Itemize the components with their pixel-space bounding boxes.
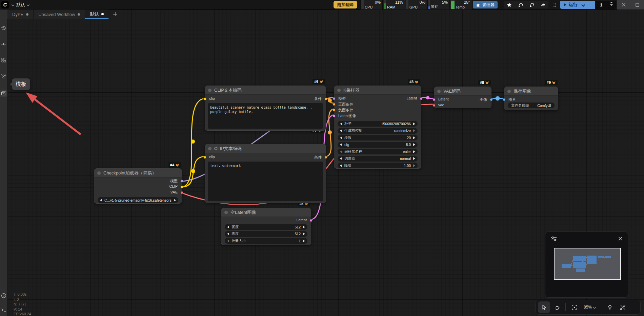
node-ksampler[interactable]: K采样器 模型 Latent 正面条件 负面条件 Latent图像 种子1566… [334,86,421,169]
fit-view-button[interactable] [568,301,580,313]
tab-unsaved-dot[interactable] [78,13,80,16]
latent-input-port[interactable] [432,98,436,101]
width-widget[interactable]: 宽度512 [225,224,307,230]
filename-prefix-widget[interactable]: 文件名前缀 ComfyUI [508,103,555,108]
sampler-name-widget[interactable]: 采样器名称euler [338,149,418,154]
latent-output-port[interactable] [420,97,423,100]
node-vae-decode[interactable]: VAE解码 Latent 图像 vae [434,87,491,108]
tab-unsaved-dot[interactable] [101,13,104,15]
negative-input-port[interactable] [333,109,336,112]
minimap-close-button[interactable] [618,236,623,241]
sidebar-item-history[interactable] [0,24,7,32]
collapse-dot[interactable] [337,89,341,92]
node-header[interactable]: VAE解码 [434,87,491,96]
height-widget[interactable]: 高度512 [225,231,307,237]
node-clip-text-encode-positive[interactable]: CLIP文本编码 clip 条件 beautiful scenery natur… [205,86,326,131]
node-checkpoint-loader[interactable]: Checkpoint加载器（简易） 模型 CLIP VAE C... v1-5-… [94,168,182,204]
tab-dype[interactable]: DyPE [7,10,34,19]
tab-default-active[interactable]: 默认 [85,10,109,19]
tab-unsaved-workflow[interactable]: Unsaved Workflow [34,10,85,19]
manager-tool-button-1[interactable] [515,1,526,8]
node-header[interactable]: 空Latent图像 [221,208,311,217]
sidebar-item-workflows[interactable] [0,72,7,80]
seed-widget[interactable]: 种子156680208700286 [338,121,418,127]
model-output-port[interactable] [180,180,183,183]
collapse-dot[interactable] [208,89,212,92]
denoise-widget[interactable]: 降噪1.00 [338,163,418,168]
new-tab-button[interactable] [109,10,122,19]
model-input-port[interactable] [333,97,336,100]
run-options-chevron-icon[interactable] [582,3,585,6]
sidebar-item-templates[interactable] [0,90,7,97]
node-clip-text-encode-negative[interactable]: CLIP文本编码 clip 条件 text, watermark [205,144,326,203]
toggle-links-button[interactable] [617,301,629,313]
window-maximize-button[interactable] [635,3,640,7]
prompt-textarea[interactable]: beautiful scenery nature glass bottle la… [208,103,323,129]
image-output-port[interactable] [490,98,493,101]
hook-icon-a [518,2,523,7]
batch-count-stepper[interactable] [610,2,613,6]
minimap-viewport[interactable] [554,248,621,280]
scheduler-widget[interactable]: 调度器normal [338,156,418,162]
drag-handle[interactable] [553,2,557,7]
node-header[interactable]: 保存图像 [504,87,558,96]
lightbulb-icon [607,304,613,310]
latent-output-port[interactable] [309,219,313,222]
minimap-settings-button[interactable] [550,236,557,242]
share-button[interactable] [537,1,548,8]
prompt-textarea[interactable]: text, watermark [208,162,323,201]
manager-tool-button-2[interactable] [526,1,537,8]
sidebar-item-node-library[interactable] [0,40,7,48]
sidebar-item-model-library[interactable] [0,56,7,64]
node-empty-latent-image[interactable]: 空Latent图像 Latent 宽度512 高度512 批量大小1 [221,208,311,245]
latent-image-input-port[interactable] [333,114,336,117]
clip-input-port[interactable] [203,156,206,159]
tab-unsaved-dot[interactable] [26,13,28,16]
step-down-icon[interactable] [610,4,613,6]
run-button[interactable]: 运行 [560,1,595,9]
images-input-port[interactable] [503,98,506,101]
manager-button[interactable]: 管理器 [473,1,498,8]
vae-output-port[interactable] [180,191,183,194]
collapse-dot[interactable] [507,90,511,93]
star-button[interactable] [504,1,515,8]
lightbulb-button[interactable] [604,301,616,313]
batch-size-widget[interactable]: 批量大小1 [225,238,307,244]
widget-arrow-right-icon[interactable] [174,199,176,202]
steps-widget[interactable]: 步数20 [338,135,418,141]
extra-translate-button[interactable]: 附加翻译 [334,1,357,8]
node-save-image[interactable]: 保存图像 图片 文件名前缀 ComfyUI [504,87,558,110]
hook-icon-b [529,2,535,7]
positive-input-port[interactable] [333,103,336,106]
clip-output-port[interactable] [180,185,183,188]
sidebar-item-help[interactable]: ? [0,292,7,299]
conditioning-output-port[interactable] [324,156,327,159]
sidebar-item-terminal[interactable] [0,306,7,314]
toolbar-divider [565,303,566,311]
monitor-temp: 28° Temp [449,0,472,10]
control-after-generate-widget[interactable]: 生成前控制randomize [338,128,418,134]
widget-arrow-left-icon[interactable] [100,199,102,202]
clip-input-port[interactable] [203,97,206,100]
zoom-level-dropdown[interactable]: 85% [581,305,599,310]
vae-input-port[interactable] [432,104,436,107]
collapse-dot[interactable] [208,147,212,150]
batch-count-input[interactable]: 1 [595,1,616,9]
pan-tool-button[interactable] [551,301,563,313]
node-header[interactable]: Checkpoint加载器（简易） [94,169,182,178]
collapse-dot[interactable] [224,211,228,214]
window-close-button[interactable] [621,2,626,7]
step-up-icon[interactable] [610,2,613,3]
comfyui-logo[interactable]: C [1,1,9,8]
ckpt-name-widget[interactable]: C... v1-5-pruned-emaonly-fp16.safetensor… [98,197,178,203]
collapse-dot[interactable] [437,90,441,93]
workflow-menu[interactable]: 默认 [14,0,32,10]
cfg-widget[interactable]: cfg8.0 [338,142,418,148]
select-tool-button[interactable] [538,301,550,313]
collapse-dot[interactable] [97,171,101,175]
node-header[interactable]: CLIP文本编码 [205,144,326,153]
conditioning-output-port[interactable] [324,97,327,100]
run-label: 运行 [569,2,578,8]
node-header[interactable]: CLIP文本编码 [205,86,326,95]
node-header[interactable]: K采样器 [334,86,421,95]
